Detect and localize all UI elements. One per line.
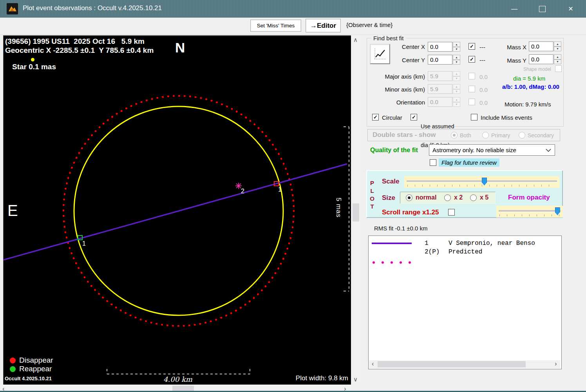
scale-slider[interactable] bbox=[404, 176, 559, 188]
flag-review-checkbox[interactable] bbox=[430, 159, 436, 166]
observation-name: Predicted bbox=[449, 248, 482, 255]
chord-line bbox=[4, 164, 347, 261]
minimize-button[interactable]: — bbox=[502, 0, 527, 18]
scroll-left-icon[interactable]: ‹ bbox=[371, 361, 375, 367]
spin-down-icon: ▼ bbox=[453, 89, 460, 94]
plot-vertical-scrollbar[interactable]: ∧ ∨ bbox=[351, 35, 360, 384]
listbox-hscroll-thumb[interactable] bbox=[378, 361, 526, 367]
opacity-slider-thumb[interactable] bbox=[555, 207, 560, 215]
spin-down-icon[interactable]: ▼ bbox=[554, 59, 561, 65]
form-opacity-slider[interactable] bbox=[496, 206, 563, 218]
minor-axis-spinner: ▲▼ bbox=[453, 84, 460, 94]
set-miss-times-button[interactable]: Set 'Miss' Times bbox=[250, 20, 301, 32]
shape-model-checkbox[interactable] bbox=[555, 65, 562, 72]
circular-label: Circular bbox=[382, 114, 402, 121]
major-axis-error-label: 0.0 bbox=[479, 74, 488, 80]
scroll-down-icon[interactable]: ∨ bbox=[353, 376, 358, 382]
size-x5-radio[interactable] bbox=[470, 194, 477, 201]
opacity-slider-track[interactable] bbox=[499, 210, 561, 212]
double-primary-radio bbox=[482, 132, 489, 138]
center-y-input[interactable] bbox=[428, 55, 452, 65]
check-icon: ✓ bbox=[373, 115, 378, 120]
shape-model-label: Shape model bbox=[523, 67, 551, 72]
observation-row[interactable]: 2(P) Predicted bbox=[369, 247, 561, 255]
observation-row[interactable]: 1 V Sempronio, near Benso bbox=[369, 239, 561, 248]
orientation-input bbox=[428, 97, 452, 107]
legend-disappear-label: Disappear bbox=[19, 356, 53, 365]
spin-up-icon[interactable]: ▲ bbox=[453, 55, 460, 60]
plot-hscroll-thumb[interactable] bbox=[172, 386, 194, 391]
mass-y-spinner[interactable]: ▲▼ bbox=[554, 54, 561, 64]
scroll-range-label: Scroll range x1.25 bbox=[382, 209, 439, 216]
spin-up-icon[interactable]: ▲ bbox=[554, 41, 561, 47]
minor-axis-input bbox=[428, 84, 452, 94]
double-secondary-label: Secondary bbox=[528, 132, 554, 138]
size-normal-radio[interactable] bbox=[406, 194, 412, 201]
listbox-horizontal-scrollbar[interactable]: ‹ › bbox=[369, 360, 560, 368]
orientation-label: Orientation bbox=[376, 99, 425, 106]
plot-canvas[interactable]: (39656) 1995 US11 2025 Oct 16 5.9 km Geo… bbox=[3, 35, 351, 385]
spin-down-icon[interactable]: ▼ bbox=[453, 47, 460, 52]
quality-select[interactable]: Astrometry only. No reliable size bbox=[429, 144, 555, 156]
mass-x-label: Mass X bbox=[502, 44, 526, 50]
km-scale-bar bbox=[107, 369, 250, 374]
center-x-fit-checkbox[interactable]: ✓ bbox=[468, 43, 475, 50]
chevron-down-icon bbox=[545, 148, 552, 152]
plot-header-line1: (39656) 1995 US11 2025 Oct 16 5.9 km bbox=[5, 37, 145, 46]
scroll-up-icon[interactable]: ∧ bbox=[353, 37, 358, 43]
mass-x-spinner[interactable]: ▲▼ bbox=[554, 41, 561, 51]
center-x-spinner[interactable]: ▲▼ bbox=[453, 42, 460, 52]
include-miss-checkbox[interactable] bbox=[471, 114, 477, 120]
double-stars-group: Double stars - show Both Primary Seconda… bbox=[367, 129, 560, 141]
editor-button[interactable]: →Editor bbox=[306, 19, 341, 32]
center-x-error-label: --- bbox=[479, 44, 485, 50]
spin-up-icon[interactable]: ▲ bbox=[453, 42, 460, 47]
window-title: Plot event observations : Occult v.4.202… bbox=[23, 4, 162, 12]
size-x2-label: x 2 bbox=[454, 194, 463, 201]
predicted-number: 2 bbox=[241, 188, 244, 195]
mass-y-input[interactable] bbox=[529, 54, 553, 64]
rms-fit-label: RMS fit -0.1 ±0.0 km bbox=[374, 225, 428, 232]
center-x-input[interactable] bbox=[428, 42, 452, 52]
size-x2-radio[interactable] bbox=[444, 194, 451, 201]
size-x5-label: x 5 bbox=[480, 194, 488, 201]
chord1-reappear-number: 1 bbox=[82, 240, 86, 247]
spin-down-icon[interactable]: ▼ bbox=[453, 60, 460, 65]
scroll-range-checkbox[interactable] bbox=[448, 209, 455, 216]
size-label: Size bbox=[382, 194, 395, 202]
line-chart-icon bbox=[373, 47, 387, 61]
observation-number: 2(P) bbox=[425, 248, 440, 255]
plot-settings-panel: P L O T Scale Size normal x 2 x 5 Form o… bbox=[366, 170, 563, 218]
spin-up-icon[interactable]: ▲ bbox=[554, 54, 561, 59]
spin-up-icon: ▲ bbox=[453, 84, 460, 89]
orientation-fit-checkbox bbox=[468, 99, 475, 105]
spin-up-icon: ▲ bbox=[453, 71, 460, 76]
center-y-spinner[interactable]: ▲▼ bbox=[453, 55, 460, 65]
plot-width-label: Plot width: 9.8 km bbox=[250, 374, 348, 382]
spin-down-icon[interactable]: ▼ bbox=[554, 47, 561, 52]
scale-label: Scale bbox=[382, 178, 399, 185]
observer-time-label: {Observer & time} bbox=[346, 22, 392, 28]
fit-chart-button[interactable] bbox=[370, 44, 390, 64]
circular-checkbox[interactable]: ✓ bbox=[372, 114, 379, 120]
use-assumed-dia-checkbox[interactable]: ✓ bbox=[411, 114, 417, 120]
close-button[interactable]: ✕ bbox=[558, 0, 583, 18]
east-label: E bbox=[7, 202, 18, 219]
mass-x-input[interactable] bbox=[529, 41, 553, 51]
plot-vscroll-thumb[interactable] bbox=[353, 203, 359, 221]
observations-listbox[interactable]: 1 V Sempronio, near Benso 2(P) Predicted… bbox=[368, 236, 562, 369]
maximize-button[interactable] bbox=[530, 0, 555, 18]
center-y-label: Center Y bbox=[388, 57, 425, 63]
find-best-fit-title: Find best fit bbox=[371, 35, 406, 41]
scale-slider-thumb[interactable] bbox=[482, 178, 487, 185]
center-y-fit-checkbox[interactable]: ✓ bbox=[468, 56, 475, 63]
star-dot-icon bbox=[31, 58, 34, 61]
reappear-dot-icon bbox=[10, 366, 16, 372]
double-stars-title: Double stars - show bbox=[373, 131, 436, 139]
scroll-right-icon[interactable]: › bbox=[554, 361, 558, 367]
double-both-label: Both bbox=[460, 132, 471, 138]
mas-bracket bbox=[344, 127, 349, 291]
quality-label: Quality of the fit bbox=[370, 147, 418, 154]
major-axis-fit-checkbox bbox=[468, 73, 475, 79]
center-y-error-label: --- bbox=[479, 57, 485, 63]
